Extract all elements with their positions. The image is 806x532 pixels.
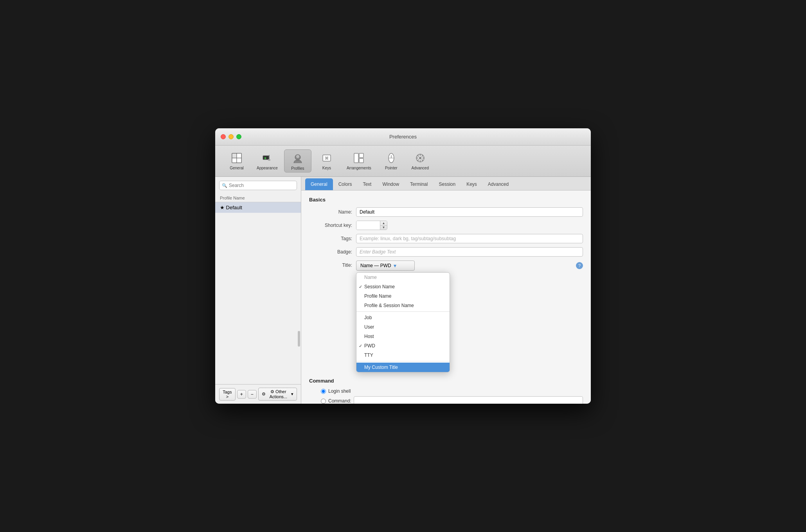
stepper-up-button[interactable]: ▲ xyxy=(380,221,387,226)
title-select-button[interactable]: Name — PWD ▾ xyxy=(356,261,415,271)
tab-keys[interactable]: Keys xyxy=(461,178,482,190)
profiles-icon xyxy=(291,151,305,165)
tags-button[interactable]: Tags > xyxy=(219,388,236,401)
window-title: Preferences xyxy=(389,134,417,140)
title-dropdown-row: Name — PWD ▾ ? xyxy=(356,261,583,271)
badge-control xyxy=(356,247,583,257)
dropdown-separator-2 xyxy=(356,361,450,361)
title-chevron-icon: ▾ xyxy=(394,262,396,269)
remove-profile-button[interactable]: − xyxy=(248,390,257,399)
tags-row: Tags: xyxy=(309,234,583,243)
appearance-icon xyxy=(260,151,274,165)
svg-rect-13 xyxy=(354,153,358,163)
svg-line-27 xyxy=(422,155,423,156)
svg-rect-8 xyxy=(268,159,270,161)
sidebar-scroll-indicator xyxy=(298,331,300,347)
pointer-icon xyxy=(384,151,398,165)
badge-row: Badge: xyxy=(309,247,583,257)
badge-label: Badge: xyxy=(309,249,356,255)
toolbar-arrangements-label: Arrangements xyxy=(347,166,371,170)
dropdown-item-user[interactable]: User xyxy=(356,322,450,332)
profile-item-default[interactable]: ★ Default xyxy=(215,202,301,213)
gear-icon: ⚙ xyxy=(262,392,266,397)
tags-control xyxy=(356,234,583,243)
title-select-value: Name — PWD xyxy=(360,263,391,268)
command-input[interactable] xyxy=(354,396,583,404)
toolbar: General Appearance xyxy=(215,146,591,177)
tab-colors[interactable]: Colors xyxy=(333,178,358,190)
help-label: ? xyxy=(578,263,581,268)
add-profile-button[interactable]: + xyxy=(237,390,246,399)
toolbar-keys-label: Keys xyxy=(322,166,331,170)
command-radio[interactable] xyxy=(321,399,326,404)
help-icon[interactable]: ? xyxy=(576,262,583,269)
badge-input[interactable] xyxy=(356,247,583,257)
toolbar-profiles-label: Profiles xyxy=(291,166,304,171)
tab-general[interactable]: General xyxy=(305,178,333,190)
toolbar-pointer[interactable]: Pointer xyxy=(378,149,405,173)
svg-rect-1 xyxy=(232,153,237,158)
dropdown-item-profile-session-name[interactable]: Profile & Session Name xyxy=(356,301,450,310)
toolbar-general-label: General xyxy=(230,166,244,170)
toolbar-keys[interactable]: ⌘ Keys xyxy=(313,149,340,173)
title-row: Title: Name — PWD ▾ ? xyxy=(309,261,583,372)
tab-text[interactable]: Text xyxy=(357,178,377,190)
stepper-down-button[interactable]: ▼ xyxy=(380,226,387,230)
tab-window[interactable]: Window xyxy=(377,178,405,190)
name-input[interactable] xyxy=(356,207,583,217)
tab-advanced[interactable]: Advanced xyxy=(482,178,514,190)
search-input[interactable] xyxy=(219,181,297,190)
content-area: 🔍 Profile Name ★ Default Tags > + − ⚙ ⚙ … xyxy=(215,177,591,404)
login-shell-row: Login shell xyxy=(309,388,583,394)
toolbar-appearance[interactable]: Appearance xyxy=(252,149,282,173)
keys-icon: ⌘ xyxy=(320,151,334,165)
shortcut-row: Shortcut key: ▲ ▼ xyxy=(309,221,583,230)
minimize-button[interactable] xyxy=(228,134,234,139)
login-shell-radio[interactable] xyxy=(321,389,326,394)
dropdown-item-host[interactable]: Host xyxy=(356,332,450,341)
command-section: Command Login shell Command: xyxy=(309,378,583,404)
sidebar: 🔍 Profile Name ★ Default Tags > + − ⚙ ⚙ … xyxy=(215,177,301,404)
tab-session[interactable]: Session xyxy=(433,178,461,190)
other-actions-label: ⚙ Other Actions... xyxy=(267,389,290,399)
title-dropdown-menu: Name Session Name Profile Name Profile &… xyxy=(356,272,450,372)
preferences-window: Preferences General xyxy=(215,128,591,404)
svg-rect-6 xyxy=(264,157,266,159)
command-label: Command: xyxy=(328,398,351,404)
shortcut-stepper[interactable]: ▲ ▼ xyxy=(356,221,387,230)
dropdown-item-session-name[interactable]: Session Name xyxy=(356,282,450,291)
svg-rect-2 xyxy=(237,153,241,158)
close-button[interactable] xyxy=(221,134,226,139)
dropdown-item-tty[interactable]: TTY xyxy=(356,350,450,360)
name-row: Name: xyxy=(309,207,583,217)
tags-label: Tags: xyxy=(309,236,356,241)
dropdown-item-custom-title[interactable]: My Custom Title xyxy=(356,363,450,372)
toolbar-profiles[interactable]: Profiles xyxy=(284,149,311,173)
other-actions-button[interactable]: ⚙ ⚙ Other Actions... ▾ xyxy=(258,388,297,401)
sidebar-footer: Tags > + − ⚙ ⚙ Other Actions... ▾ xyxy=(215,384,301,404)
main-panel: General Colors Text Window Terminal Sess… xyxy=(301,177,591,404)
toolbar-arrangements[interactable]: Arrangements xyxy=(342,149,376,173)
shortcut-input[interactable] xyxy=(356,221,380,230)
title-label: Title: xyxy=(309,261,356,268)
toolbar-pointer-label: Pointer xyxy=(385,166,398,170)
tab-terminal[interactable]: Terminal xyxy=(405,178,433,190)
svg-text:⌘: ⌘ xyxy=(325,156,329,160)
name-label: Name: xyxy=(309,209,356,215)
title-control: Name — PWD ▾ ? Name Session Name Profile… xyxy=(356,261,583,372)
toolbar-appearance-label: Appearance xyxy=(257,166,278,170)
toolbar-advanced[interactable]: Advanced xyxy=(407,149,434,173)
tags-input[interactable] xyxy=(356,234,583,243)
toolbar-advanced-label: Advanced xyxy=(412,166,429,170)
svg-line-28 xyxy=(417,160,419,161)
dropdown-item-job[interactable]: Job xyxy=(356,313,450,322)
shortcut-label: Shortcut key: xyxy=(309,223,356,228)
dropdown-item-profile-name[interactable]: Profile Name xyxy=(356,291,450,301)
dropdown-item-name: Name xyxy=(356,273,450,282)
toolbar-general[interactable]: General xyxy=(223,149,250,173)
profile-list-header: Profile Name xyxy=(215,194,301,202)
command-section-title: Command xyxy=(309,378,583,384)
dropdown-item-pwd[interactable]: PWD xyxy=(356,341,450,350)
maximize-button[interactable] xyxy=(236,134,241,139)
chevron-down-icon: ▾ xyxy=(291,392,293,397)
